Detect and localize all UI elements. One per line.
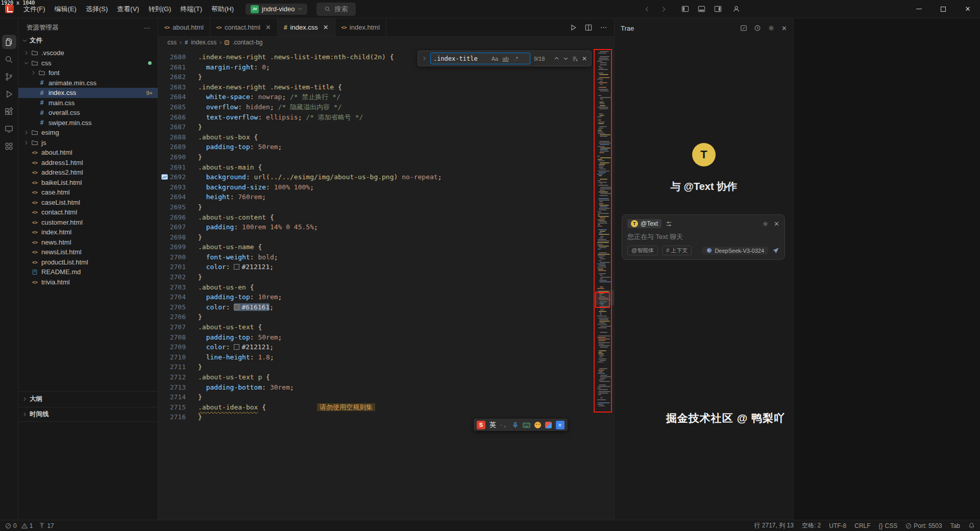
color-swatch[interactable] <box>234 304 239 310</box>
code-line-2695[interactable]: 2695} <box>158 202 596 212</box>
tools-icon[interactable] <box>666 221 672 227</box>
code-line-2692[interactable]: 2692 background: url(../../esimg/img/abo… <box>158 172 596 182</box>
live-server-port[interactable]: Port: 5503 <box>905 522 942 529</box>
code-line-2686[interactable]: 2686 text-overflow: ellipsis; /* 添加省略号 *… <box>158 112 596 123</box>
code-line-2691[interactable]: 2691.about-us-main { <box>158 162 596 173</box>
tree-item-index.css[interactable]: #index.css9+ <box>18 88 158 98</box>
nav-forward-button[interactable] <box>657 3 670 15</box>
run-and-debug-icon[interactable] <box>2 87 16 101</box>
line-number[interactable]: 2708 <box>158 332 198 343</box>
code-line-2684[interactable]: 2684 white-space: nowrap; /* 禁止换行 */ <box>158 92 596 102</box>
notifications-bell-icon[interactable] <box>968 522 975 529</box>
find-in-selection-icon[interactable] <box>572 56 578 62</box>
code-line-2711[interactable]: 2711} <box>158 362 596 372</box>
context-picker-chip[interactable]: # 上下文 <box>662 246 692 255</box>
code-line-2710[interactable]: 2710 line-height: 1.8; <box>158 352 596 363</box>
code-line-2705[interactable]: 2705 color: #616161; <box>158 302 596 312</box>
keyboard-icon[interactable] <box>523 422 530 428</box>
line-number[interactable]: 2681 <box>158 62 198 73</box>
cursor-position[interactable]: 行 2717, 列 13 <box>754 521 793 530</box>
line-number[interactable]: 2716 <box>158 412 198 422</box>
code-line-2690[interactable]: 2690} <box>158 152 596 162</box>
tab-indicator[interactable]: Tab <box>950 522 960 529</box>
find-close-icon[interactable]: ✕ <box>582 55 587 62</box>
code-line-2713[interactable]: 2713 padding-bottom: 30rem; <box>158 382 596 393</box>
indentation[interactable]: 空格: 2 <box>802 521 821 530</box>
tree-item-address2.html[interactable]: <>address2.html <box>18 167 158 178</box>
tree-item-about.html[interactable]: <>about.html <box>18 148 158 158</box>
line-number[interactable]: 2705 <box>158 302 198 312</box>
tree-item-contact.html[interactable]: <>contact.html <box>18 207 158 218</box>
code-line-2704[interactable]: 2704 padding-top: 10rem; <box>158 292 596 302</box>
emoji-icon[interactable] <box>534 422 541 428</box>
line-number[interactable]: 2703 <box>158 282 198 293</box>
line-number[interactable]: 2713 <box>158 382 198 393</box>
find-previous-icon[interactable] <box>554 56 559 61</box>
code-line-2699[interactable]: 2699.about-us-name { <box>158 242 596 252</box>
menu-item[interactable]: 查看(V) <box>112 3 143 16</box>
code-line-2712[interactable]: 2712.about-us-text p { <box>158 372 596 382</box>
eol-sequence[interactable]: CRLF <box>854 522 870 529</box>
editor-more-actions-icon[interactable]: ⋯ <box>600 23 607 31</box>
line-number[interactable]: 2692 <box>158 172 198 182</box>
code-line-2707[interactable]: 2707.about-us-text { <box>158 322 596 332</box>
tree-item-customer.html[interactable]: <>customer.html <box>18 218 158 228</box>
tree-item-trivia.html[interactable]: <>trivia.html <box>18 277 158 287</box>
line-number[interactable]: 2711 <box>158 362 198 372</box>
line-number[interactable]: 2715 <box>158 402 198 413</box>
split-editor-icon[interactable] <box>585 24 592 31</box>
tab-about.html[interactable]: <>about.html <box>158 18 210 36</box>
code-line-2685[interactable]: 2685 overflow: hidden; /* 隐藏溢出内容 */ <box>158 102 596 112</box>
breadcrumb-symbol[interactable]: .contact-bg <box>232 39 262 46</box>
tree-item-css[interactable]: css <box>18 58 158 68</box>
tree-item-news.html[interactable]: <>news.html <box>18 237 158 248</box>
chat-input-card[interactable]: T @Text ✕ 您正在与 Text 聊天 @智能体 # 上下文 <box>622 214 785 260</box>
line-number[interactable]: 2698 <box>158 232 198 243</box>
project-switcher[interactable]: JV jndrd-video <box>246 4 307 15</box>
ime-mode-indicator[interactable]: 英 <box>489 420 496 429</box>
tree-item-index.html[interactable]: <>index.html <box>18 227 158 237</box>
line-number[interactable]: 2684 <box>158 92 198 102</box>
find-expand-chevron-icon[interactable] <box>422 56 427 61</box>
line-number[interactable]: 2704 <box>158 292 198 302</box>
tab-close-icon[interactable]: ✕ <box>265 23 271 31</box>
menu-item[interactable]: 编辑(E) <box>50 3 81 16</box>
tab-close-icon[interactable]: ✕ <box>323 23 329 31</box>
skin-palette-icon[interactable] <box>545 422 552 428</box>
line-number[interactable]: 2699 <box>158 242 198 252</box>
code-line-2708[interactable]: 2708 padding-top: 50rem; <box>158 332 596 343</box>
match-case-icon[interactable]: Aa <box>491 56 499 62</box>
tree-item-productList.html[interactable]: <>productList.html <box>18 257 158 268</box>
breadcrumb-folder[interactable]: css <box>167 39 177 46</box>
agent-context-chip[interactable]: T @Text <box>627 219 662 228</box>
tab-index.html[interactable]: <>index.html <box>335 18 386 36</box>
tree-item-README.md[interactable]: README.md <box>18 267 158 277</box>
outline-section-header[interactable]: 大纲 <box>18 391 158 406</box>
history-icon[interactable] <box>754 25 761 32</box>
minimap[interactable] <box>596 48 614 520</box>
line-number[interactable]: 2714 <box>158 392 198 402</box>
line-number[interactable]: 2691 <box>158 162 198 173</box>
mic-icon[interactable] <box>512 422 519 428</box>
tree-item-esimg[interactable]: esimg <box>18 128 158 138</box>
tree-item-address1.html[interactable]: <>address1.html <box>18 158 158 168</box>
explorer-icon[interactable] <box>2 35 16 49</box>
chat-input-placeholder[interactable]: 您正在与 Text 聊天 <box>627 232 779 242</box>
line-number[interactable]: 2702 <box>158 272 198 282</box>
tree-item-swiper.min.css[interactable]: #swiper.min.css <box>18 118 158 128</box>
timeline-section-header[interactable]: 时间线 <box>18 407 158 422</box>
tree-item-js[interactable]: js <box>18 138 158 148</box>
code-editor[interactable]: 2680.index-news-right .news-list-item:nt… <box>158 48 614 520</box>
global-search[interactable]: 搜索 <box>316 3 356 16</box>
tree-item-baikeList.html[interactable]: <>baikeList.html <box>18 178 158 188</box>
tab-contact.html[interactable]: <>contact.html✕ <box>210 18 278 36</box>
tree-item-case.html[interactable]: <>case.html <box>18 187 158 198</box>
apps-grid-icon[interactable] <box>2 139 16 153</box>
line-number[interactable]: 2694 <box>158 192 198 202</box>
line-number[interactable]: 2693 <box>158 182 198 192</box>
code-line-2693[interactable]: 2693 background-size: 100% 100%; <box>158 182 596 192</box>
tree-item-animate.min.css[interactable]: #animate.min.css <box>18 78 158 88</box>
regex-icon[interactable]: .* <box>512 56 521 62</box>
agent-picker-chip[interactable]: @智能体 <box>627 246 658 255</box>
nav-back-button[interactable] <box>641 3 653 15</box>
